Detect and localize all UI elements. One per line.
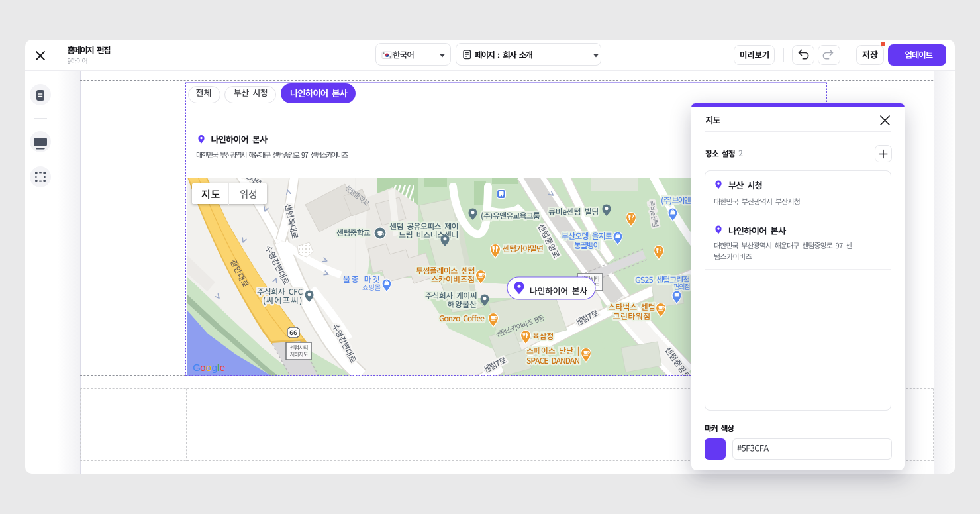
svg-text:G: G	[193, 362, 201, 373]
svg-text:e: e	[220, 362, 225, 373]
svg-text:l: l	[217, 362, 219, 373]
svg-text:g: g	[212, 362, 217, 373]
svg-text:o: o	[201, 362, 206, 373]
svg-text:o: o	[206, 362, 211, 373]
